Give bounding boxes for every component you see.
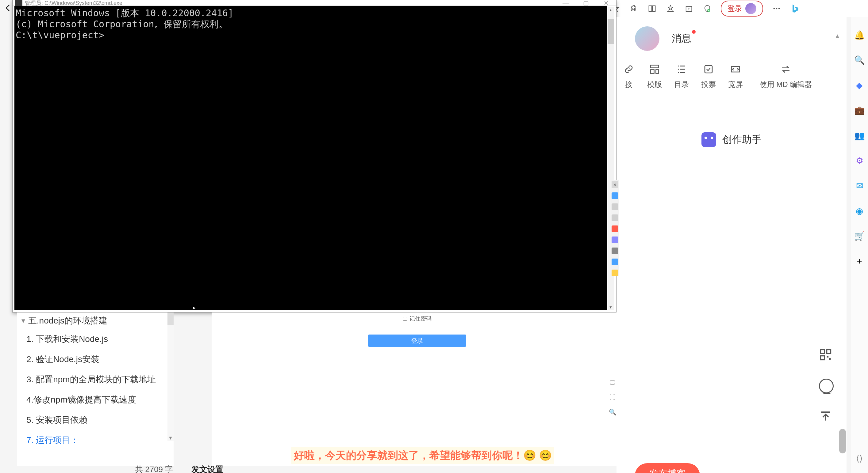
strip-icon[interactable] bbox=[612, 270, 618, 276]
strip-icon[interactable] bbox=[612, 214, 618, 221]
article-content: 记住密码 登录 ☟ 好啦，今天的分享就到这了，希望能够帮到你呢！😊 😊 bbox=[212, 312, 617, 466]
outline-item[interactable]: 3. 配置npm的全局模块的下载地址 bbox=[17, 369, 174, 390]
profile-avatar-icon bbox=[745, 3, 756, 14]
assist-label: 创作助手 bbox=[722, 133, 762, 146]
headset-help-icon[interactable] bbox=[819, 379, 834, 393]
code-bracket-icon[interactable]: ⟨⟩ bbox=[854, 453, 865, 464]
floating-icon-strip: ✕ bbox=[611, 180, 619, 276]
split-screen-icon[interactable] bbox=[647, 4, 657, 13]
plus-icon[interactable]: ＋ bbox=[854, 256, 865, 267]
back-arrow-icon[interactable] bbox=[2, 2, 13, 13]
strip-icon[interactable] bbox=[612, 203, 618, 210]
strip-icon[interactable] bbox=[612, 259, 618, 265]
svg-rect-10 bbox=[705, 66, 712, 73]
strip-icon[interactable] bbox=[612, 226, 618, 232]
outline-item[interactable]: 5. 安装项目依赖 bbox=[17, 410, 174, 430]
outline-item-active[interactable]: 7. 运行项目： bbox=[17, 430, 174, 450]
scroll-down-icon[interactable]: ▼ bbox=[167, 435, 174, 441]
cmd-window: 管理员: C:\Windows\System32\cmd.exe — ▢ ✕ M… bbox=[12, 0, 617, 312]
bell-icon[interactable]: 🔔 bbox=[854, 29, 865, 40]
ending-message: 好啦，今天的分享就到这了，希望能够帮到你呢！😊 😊 bbox=[291, 447, 554, 464]
scroll-up-icon[interactable]: ▲ bbox=[608, 7, 614, 13]
collapse-up-icon[interactable]: ▲ bbox=[834, 32, 840, 39]
remember-password-row: 记住密码 bbox=[359, 315, 475, 322]
login-label: 登录 bbox=[727, 4, 742, 13]
tool-toc[interactable]: 目录 bbox=[674, 63, 689, 90]
outline-header-text: 五.nodejs的环境搭建 bbox=[28, 315, 107, 327]
gear-icon[interactable]: ⚙ bbox=[854, 155, 865, 166]
floating-controls: 🖵 ⛶ 🔍 bbox=[609, 379, 616, 416]
scrollbar-thumb[interactable] bbox=[839, 429, 846, 453]
outline-item[interactable]: 2. 验证Node.js安装 bbox=[17, 349, 174, 369]
scroll-top-icon[interactable] bbox=[819, 409, 832, 423]
zoom-plus-icon[interactable]: 🔍 bbox=[609, 408, 616, 416]
svg-rect-15 bbox=[827, 356, 829, 358]
diamond-icon[interactable]: ◆ bbox=[854, 80, 865, 91]
editor-toolbar: 接 模版 目录 投票 宽屏 使用 MD 编辑器 bbox=[617, 60, 846, 99]
user-avatar[interactable] bbox=[635, 26, 659, 51]
qr-code-icon[interactable] bbox=[819, 348, 832, 362]
outline-item[interactable]: 4.修改npm镜像提高下载速度 bbox=[17, 390, 174, 410]
more-icon[interactable] bbox=[772, 4, 781, 13]
expand-icon[interactable]: ⛶ bbox=[609, 394, 616, 401]
svg-point-4 bbox=[774, 8, 775, 9]
bing-icon[interactable] bbox=[790, 4, 800, 13]
publish-settings-link[interactable]: 发文设置 bbox=[191, 464, 223, 473]
cart-icon[interactable]: 🛒 bbox=[854, 230, 865, 241]
scroll-down-icon[interactable]: ▼ bbox=[608, 304, 614, 310]
tool-widescreen[interactable]: 宽屏 bbox=[728, 63, 743, 90]
svg-point-6 bbox=[778, 8, 780, 9]
cmd-line: (c) Microsoft Corporation。保留所有权利。 bbox=[16, 19, 606, 30]
login-form: 记住密码 登录 bbox=[359, 312, 475, 347]
messages-link[interactable]: 消息 bbox=[672, 32, 691, 45]
svg-rect-16 bbox=[829, 358, 831, 360]
scrollbar-thumb[interactable] bbox=[167, 312, 174, 325]
caret-down-icon: ▼ bbox=[20, 317, 26, 325]
widescreen-icon bbox=[730, 63, 742, 75]
tool-vote[interactable]: 投票 bbox=[701, 63, 716, 90]
tool-template[interactable]: 模版 bbox=[647, 63, 662, 90]
svg-rect-9 bbox=[656, 70, 659, 73]
collections-icon[interactable] bbox=[684, 4, 694, 13]
publish-button[interactable]: 发布博客 bbox=[635, 463, 700, 473]
strip-icon[interactable] bbox=[612, 192, 618, 199]
performance-icon[interactable] bbox=[702, 4, 712, 13]
remember-checkbox[interactable] bbox=[403, 317, 407, 321]
cmd-line: C:\t\vueproject> bbox=[16, 30, 606, 41]
toc-icon bbox=[675, 63, 688, 75]
cmd-titlebar[interactable]: 管理员: C:\Windows\System32\cmd.exe — ▢ ✕ bbox=[12, 0, 616, 6]
browser-login-button[interactable]: 登录 bbox=[721, 1, 763, 16]
outline-section-header[interactable]: ▼ 五.nodejs的环境搭建 bbox=[17, 312, 174, 329]
strip-icon[interactable] bbox=[612, 247, 618, 254]
browser-sidebar: 🔔 🔍 ◆ 💼 👥 ⚙ ✉ ◉ 🛒 ＋ ⟨⟩ bbox=[851, 17, 868, 473]
tool-link[interactable]: 接 bbox=[623, 63, 635, 90]
monitor-icon[interactable]: 🖵 bbox=[609, 379, 616, 386]
swap-icon bbox=[780, 63, 792, 75]
outlook-icon[interactable]: ✉ bbox=[854, 180, 865, 191]
svg-rect-0 bbox=[649, 6, 652, 12]
writing-assistant-button[interactable]: 创作助手 bbox=[617, 132, 846, 147]
browser-topbar: 登录 bbox=[610, 0, 868, 17]
strip-icon[interactable] bbox=[612, 236, 618, 243]
outline-scrollbar[interactable]: ▼ bbox=[167, 312, 174, 441]
people-icon[interactable]: 👥 bbox=[854, 130, 865, 141]
close-strip-icon[interactable]: ✕ bbox=[612, 181, 618, 188]
svg-rect-14 bbox=[821, 356, 825, 360]
main-scrollbar[interactable] bbox=[839, 429, 846, 472]
tool-md-editor[interactable]: 使用 MD 编辑器 bbox=[755, 63, 816, 90]
outline-panel: ▼ 五.nodejs的环境搭建 1. 下载和安装Node.js 2. 验证Nod… bbox=[17, 312, 174, 466]
login-button[interactable]: 登录 bbox=[368, 335, 466, 347]
cmd-terminal[interactable]: Microsoft Windows [版本 10.0.22000.2416] (… bbox=[14, 6, 607, 310]
outline-item[interactable]: 1. 下载和安装Node.js bbox=[17, 329, 174, 349]
favorites-star-icon[interactable] bbox=[665, 4, 675, 13]
word-count: 共 2709 字 bbox=[135, 464, 173, 473]
mouse-cursor-icon: ➤ bbox=[192, 305, 196, 312]
edge-icon[interactable]: ◉ bbox=[854, 205, 865, 216]
side-panel-header: 消息 ▲ bbox=[617, 17, 846, 60]
link-icon bbox=[623, 63, 635, 75]
scrollbar-thumb[interactable] bbox=[608, 19, 614, 44]
search-icon[interactable]: 🔍 bbox=[854, 55, 865, 66]
vote-icon bbox=[702, 63, 715, 75]
briefcase-icon[interactable]: 💼 bbox=[854, 105, 865, 116]
extensions-icon[interactable] bbox=[629, 4, 639, 13]
